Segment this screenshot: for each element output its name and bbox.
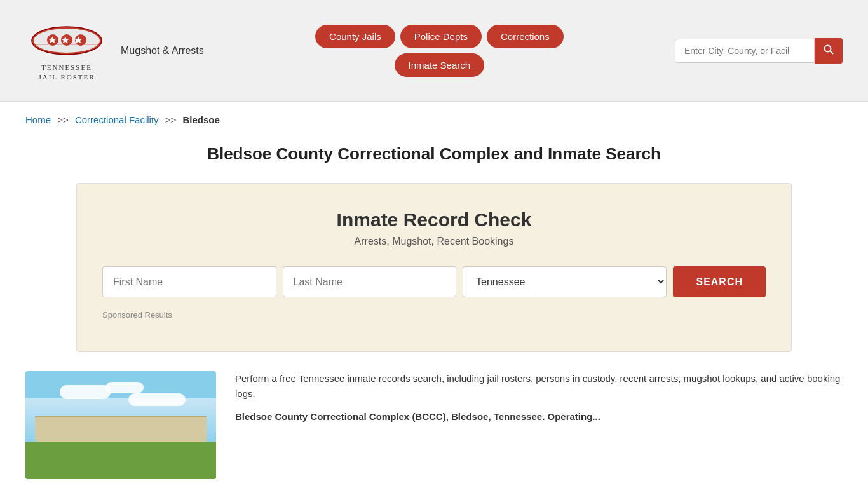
- city-county-facility-input[interactable]: [675, 39, 815, 63]
- header-nav: County Jails Police Depts Corrections In…: [315, 25, 564, 77]
- breadcrumb-sep-1: >>: [57, 114, 69, 125]
- building-decoration: [35, 416, 207, 447]
- county-jails-nav-btn[interactable]: County Jails: [315, 25, 395, 48]
- content-section: Perform a free Tennessee inmate records …: [25, 371, 843, 479]
- content-paragraph-1: Perform a free Tennessee inmate records …: [235, 371, 843, 402]
- header-search-button[interactable]: [815, 38, 843, 64]
- last-name-input[interactable]: [283, 266, 457, 297]
- content-paragraph-2: Bledsoe County Correctional Complex (BCC…: [235, 409, 843, 424]
- inmate-search-form: AlabamaAlaskaArizonaArkansasCaliforniaCo…: [102, 266, 766, 297]
- facility-image: [25, 371, 216, 479]
- clouds-decoration: [44, 382, 197, 420]
- record-box-subtitle: Arrests, Mugshot, Recent Bookings: [102, 236, 766, 247]
- svg-point-9: [825, 45, 831, 51]
- header-left: TENNESSEE JAIL ROSTER Mugshot & Arrests: [25, 20, 204, 81]
- breadcrumb-home-link[interactable]: Home: [25, 114, 51, 125]
- breadcrumb-sep-2: >>: [165, 114, 177, 125]
- content-text: Perform a free Tennessee inmate records …: [235, 371, 843, 432]
- breadcrumb-current: Bledsoe: [182, 114, 219, 125]
- sponsored-results-label: Sponsored Results: [102, 310, 766, 320]
- logo-text: TENNESSEE JAIL ROSTER: [38, 63, 95, 81]
- search-icon: [824, 44, 834, 55]
- content-paragraph-2-strong: Bledsoe County Correctional Complex (BCC…: [235, 411, 600, 422]
- first-name-input[interactable]: [102, 266, 276, 297]
- cloud-1: [60, 385, 111, 399]
- nav-row-top: County Jails Police Depts Corrections: [315, 25, 564, 48]
- police-depts-nav-btn[interactable]: Police Depts: [400, 25, 482, 48]
- header-search-container: [675, 38, 843, 64]
- site-header: TENNESSEE JAIL ROSTER Mugshot & Arrests …: [0, 0, 868, 102]
- svg-line-10: [831, 51, 834, 54]
- logo-container: TENNESSEE JAIL ROSTER: [25, 20, 108, 81]
- corrections-nav-btn[interactable]: Corrections: [487, 25, 564, 48]
- cloud-3: [128, 393, 186, 406]
- state-select[interactable]: AlabamaAlaskaArizonaArkansasCaliforniaCo…: [463, 266, 667, 297]
- logo-icon: [25, 20, 108, 63]
- breadcrumb-facility-link[interactable]: Correctional Facility: [75, 114, 159, 125]
- mugshot-arrests-link[interactable]: Mugshot & Arrests: [121, 45, 204, 57]
- inmate-search-button[interactable]: SEARCH: [673, 266, 766, 297]
- cloud-2: [105, 382, 144, 393]
- inmate-record-box: Inmate Record Check Arrests, Mugshot, Re…: [76, 183, 792, 352]
- record-box-title: Inmate Record Check: [102, 209, 766, 231]
- nav-row-bottom: Inmate Search: [395, 53, 485, 77]
- inmate-search-nav-btn[interactable]: Inmate Search: [395, 53, 485, 77]
- page-title: Bledsoe County Correctional Complex and …: [25, 144, 843, 164]
- breadcrumb: Home >> Correctional Facility >> Bledsoe: [0, 102, 868, 138]
